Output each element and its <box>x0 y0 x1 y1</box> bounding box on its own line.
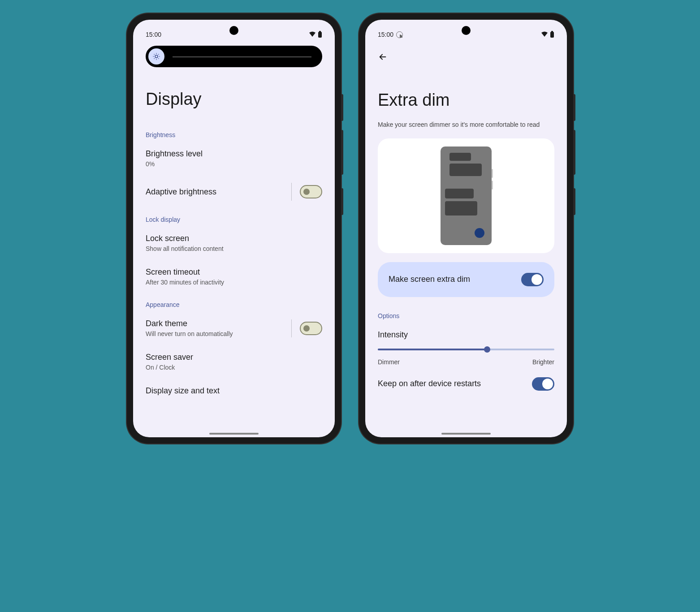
setting-title: Screen timeout <box>146 267 322 277</box>
setting-sub: After 30 minutes of inactivity <box>146 279 322 286</box>
svg-rect-0 <box>318 32 322 38</box>
setting-title: Brightness level <box>146 149 322 159</box>
brightness-icon <box>152 52 160 60</box>
section-header-lock: Lock display <box>146 216 322 223</box>
side-button <box>573 130 575 175</box>
page-title: Extra dim <box>378 91 554 110</box>
setting-title: Lock screen <box>146 234 322 243</box>
camera-hole <box>229 26 238 35</box>
brightness-knob[interactable] <box>148 48 164 65</box>
brightness-slider[interactable] <box>146 46 322 67</box>
toggle-dark-theme[interactable] <box>300 322 322 335</box>
row-adaptive-brightness[interactable]: Adaptive brightness <box>146 183 322 201</box>
row-intensity: Intensity Dimmer Brighter <box>378 330 554 366</box>
setting-sub: Show all notification content <box>146 245 322 252</box>
setting-title: Display size and text <box>146 386 322 396</box>
row-screen-saver[interactable]: Screen saver On / Clock <box>146 353 322 371</box>
phone-frame-display: 15:00 Display Brightness Brightness leve… <box>127 13 341 444</box>
setting-title: Dark theme <box>146 319 291 328</box>
camera-hole <box>462 26 471 35</box>
mini-phone-illustration <box>441 147 492 245</box>
side-button <box>341 94 343 121</box>
page-description: Make your screen dimmer so it's more com… <box>378 121 554 129</box>
section-header-appearance: Appearance <box>146 301 322 308</box>
preview-card <box>378 138 554 253</box>
intensity-slider[interactable] <box>378 349 554 350</box>
setting-sub: Will never turn on automatically <box>146 330 291 337</box>
side-button <box>573 94 575 121</box>
main-toggle-label: Make screen extra dim <box>389 275 470 284</box>
row-screen-timeout[interactable]: Screen timeout After 30 minutes of inact… <box>146 267 322 286</box>
section-header-options: Options <box>378 312 554 319</box>
side-button <box>341 130 343 175</box>
slider-thumb[interactable] <box>484 346 490 353</box>
setting-sub: 0% <box>146 160 322 168</box>
toggle-thumb <box>542 379 553 389</box>
toggle-extra-dim[interactable] <box>521 273 544 286</box>
row-keep-on[interactable]: Keep on after device restarts <box>378 377 554 391</box>
row-dark-theme[interactable]: Dark theme Will never turn on automatica… <box>146 319 322 337</box>
toggle-thumb <box>531 274 542 285</box>
toggle-thumb <box>303 189 310 195</box>
keep-on-label: Keep on after device restarts <box>378 379 481 388</box>
setting-title: Adaptive brightness <box>146 187 291 197</box>
toggle-thumb <box>303 325 310 332</box>
wifi-icon <box>309 31 316 38</box>
section-header-brightness: Brightness <box>146 131 322 138</box>
battery-icon <box>318 31 322 38</box>
toggle-adaptive-brightness[interactable] <box>300 185 322 198</box>
back-arrow-icon[interactable] <box>378 52 388 62</box>
setting-sub: On / Clock <box>146 364 322 371</box>
brightness-track <box>173 56 311 57</box>
toggle-keep-on[interactable] <box>532 377 554 391</box>
main-toggle-card[interactable]: Make screen extra dim <box>378 262 554 297</box>
nav-indicator <box>209 433 259 435</box>
slider-min-label: Dimmer <box>378 358 400 366</box>
nav-indicator <box>441 433 491 435</box>
status-time: 15:00 <box>146 31 161 38</box>
wifi-icon <box>541 31 548 38</box>
intensity-label: Intensity <box>378 330 554 340</box>
phone-frame-extradim: 15:00 Extra dim Make your screen dimmer … <box>359 13 573 444</box>
svg-rect-3 <box>550 32 554 38</box>
svg-point-2 <box>155 55 158 58</box>
row-display-size[interactable]: Display size and text <box>146 386 322 396</box>
status-time: 15:00 <box>378 31 393 38</box>
row-lock-screen[interactable]: Lock screen Show all notification conten… <box>146 234 322 252</box>
setting-title: Screen saver <box>146 353 322 362</box>
svg-rect-4 <box>551 31 553 32</box>
battery-icon <box>550 31 554 38</box>
page-title: Display <box>146 90 322 109</box>
slider-max-label: Brighter <box>532 358 554 366</box>
side-button <box>573 188 575 215</box>
slider-fill <box>378 349 487 350</box>
timer-icon <box>396 31 403 38</box>
row-brightness-level[interactable]: Brightness level 0% <box>146 149 322 168</box>
svg-rect-1 <box>319 31 321 32</box>
side-button <box>341 188 343 215</box>
